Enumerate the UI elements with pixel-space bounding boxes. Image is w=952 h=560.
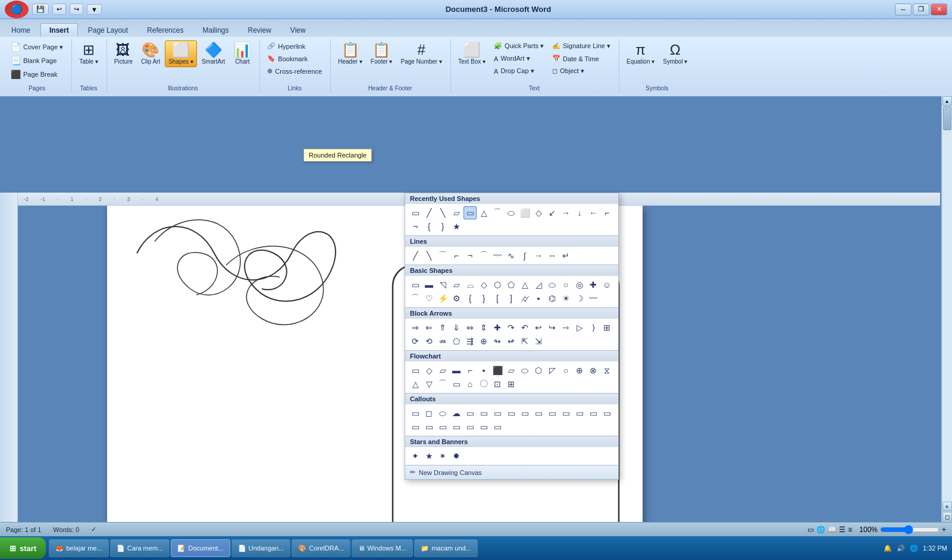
sb-star5[interactable]: ★ [422, 449, 436, 463]
close-button[interactable]: ✕ [931, 4, 947, 15]
bs-rt-triangle[interactable]: ◿ [532, 278, 545, 291]
bs-oval[interactable]: ⬭ [546, 278, 559, 291]
view-reading-icon[interactable]: 📖 [828, 526, 837, 534]
co-accent-bar[interactable]: ▭ [505, 407, 518, 420]
fc-manual-oper[interactable]: ◸ [546, 364, 559, 377]
shape-rounded-rect[interactable]: ▭ [464, 206, 477, 219]
ba-down[interactable]: ⇓ [450, 321, 463, 334]
ba-strip-right[interactable]: ⇾ [559, 321, 572, 334]
fc-summing[interactable]: ⊞ [505, 377, 518, 391]
co-oval[interactable]: ⬭ [436, 407, 449, 420]
ba-arrow2[interactable]: ⇱ [518, 335, 531, 348]
table-button[interactable]: ⊞ Table ▾ [76, 40, 102, 67]
shape-line1[interactable]: ╱ [422, 206, 436, 219]
ba-right[interactable]: ⇒ [409, 321, 422, 334]
bs-donut[interactable]: ◎ [573, 278, 586, 291]
scroll-up-button[interactable]: ▲ [942, 96, 952, 106]
fc-decision[interactable]: ◇ [422, 364, 436, 377]
co-cloud[interactable]: ☁ [450, 407, 463, 420]
shapes-scroll-area[interactable]: Recently Used Shapes ▭ ╱ ╲ ▱ ▭ △ ⌒ ⬭ ⬜ ◇… [405, 193, 618, 465]
ba-move[interactable]: ⊕ [477, 335, 490, 348]
shape-star[interactable]: ★ [450, 220, 463, 233]
fc-tape[interactable]: 〇 [477, 377, 490, 391]
fc-or[interactable]: ⊕ [573, 364, 586, 377]
view-web-icon[interactable]: 🌐 [816, 526, 825, 534]
line-elbow2[interactable]: ¬ [464, 249, 477, 262]
bs-heart[interactable]: ♡ [422, 292, 436, 305]
ba-4way[interactable]: ✚ [491, 321, 504, 334]
shape-triangle[interactable]: △ [477, 206, 490, 219]
shape-brace-l[interactable]: { [422, 220, 436, 233]
ba-arrow-quad[interactable]: ⊞ [600, 321, 613, 334]
bs-cube[interactable]: ▪ [532, 292, 545, 305]
bs-octagon[interactable]: ⬠ [505, 278, 518, 291]
bs-diamond[interactable]: ◇ [477, 278, 490, 291]
fc-stored-data[interactable]: ⌐ [464, 364, 477, 377]
fc-preparation[interactable]: ⬡ [532, 364, 545, 377]
clip-art-button[interactable]: 🎨 Clip Art [137, 40, 164, 67]
ba-swoop2[interactable]: ↫ [505, 335, 518, 348]
shape-rect[interactable]: ▭ [409, 206, 422, 219]
co-custom-8[interactable]: ▭ [491, 420, 504, 433]
shape-curve2[interactable]: ¬ [409, 220, 422, 233]
drop-cap-button[interactable]: A Drop Cap ▾ [490, 65, 547, 77]
tab-review[interactable]: Review [239, 23, 280, 37]
text-box-button[interactable]: ⬜ Text Box ▾ [455, 40, 489, 67]
minimize-button[interactable]: ─ [895, 4, 912, 15]
view-normal-icon[interactable]: ▭ [807, 526, 814, 534]
shape-arrow-l[interactable]: ← [587, 206, 600, 219]
line-curve[interactable]: ∿ [505, 249, 518, 262]
ba-notch[interactable]: ▷ [573, 321, 586, 334]
tab-home[interactable]: Home [2, 23, 39, 37]
new-drawing-canvas-button[interactable]: ✏ New Drawing Canvas [405, 465, 618, 479]
line-arc[interactable]: ⌒ [436, 249, 449, 262]
fc-extract[interactable]: △ [409, 377, 422, 391]
page-number-button[interactable]: # Page Number ▾ [397, 40, 445, 67]
fc-display[interactable]: ⊡ [491, 377, 504, 391]
taskbar-item-cara[interactable]: 📄 Cara mem... [110, 539, 170, 557]
tab-view[interactable]: View [281, 23, 315, 37]
tab-references[interactable]: References [138, 23, 192, 37]
bs-smiley[interactable]: ☺ [600, 278, 613, 291]
bs-sun[interactable]: ☀ [559, 292, 572, 305]
bs-block-arc[interactable]: ⌒ [409, 292, 422, 305]
hyperlink-button[interactable]: 🔗 Hyperlink [264, 40, 309, 52]
ba-up[interactable]: ⇑ [436, 321, 449, 334]
bs-triangle[interactable]: △ [518, 278, 531, 291]
bs-rounded-rect[interactable]: ▬ [422, 278, 436, 291]
co-custom-2[interactable]: ▭ [409, 420, 422, 433]
bs-trapezoid[interactable]: ⌓ [464, 278, 477, 291]
taskbar-item-belajar[interactable]: 🦊 belajar me... [49, 539, 109, 557]
symbol-button[interactable]: Ω Symbol ▾ [659, 40, 691, 67]
bookmark-button[interactable]: 🔖 Bookmark [264, 53, 311, 64]
co-double-bent[interactable]: ▭ [491, 407, 504, 420]
undo-button[interactable]: ↩ [52, 4, 66, 15]
ba-arrow3[interactable]: ⇲ [532, 335, 545, 348]
line-arrow[interactable]: → [532, 249, 545, 262]
equation-button[interactable]: π Equation ▾ [623, 40, 658, 67]
fc-process[interactable]: ▭ [409, 364, 422, 377]
shape-arrow-d[interactable]: ↓ [573, 206, 586, 219]
page-break-button[interactable]: ⬛ Page Break [7, 68, 61, 81]
view-outline-icon[interactable]: ☰ [839, 526, 845, 534]
bs-circle[interactable]: ○ [559, 278, 572, 291]
bs-snipped-rect[interactable]: ◹ [436, 278, 449, 291]
taskbar-item-document[interactable]: 📝 Document... [171, 539, 230, 557]
co-custom-7[interactable]: ▭ [477, 420, 490, 433]
co-accent-callout-1[interactable]: ▭ [559, 407, 572, 420]
shape-line2[interactable]: ╲ [436, 206, 449, 219]
ba-ud[interactable]: ⇕ [477, 321, 490, 334]
bs-brace-r[interactable]: } [477, 292, 490, 305]
shape-arrow-r[interactable]: → [559, 206, 572, 219]
bs-moon[interactable]: ☽ [573, 292, 586, 305]
co-line[interactable]: ▭ [464, 407, 477, 420]
bs-cross[interactable]: ✚ [587, 278, 600, 291]
footer-button[interactable]: 📋 Footer ▾ [367, 40, 396, 67]
line-straight[interactable]: ╱ [409, 249, 422, 262]
shape-parallelogram[interactable]: ▱ [450, 206, 463, 219]
co-custom-6[interactable]: ▭ [464, 420, 477, 433]
co-rounded[interactable]: ◻ [422, 407, 436, 420]
line-freeform[interactable]: 〰 [491, 249, 504, 262]
line-elbow-arrow[interactable]: ↵ [559, 249, 572, 262]
co-bent-line[interactable]: ▭ [477, 407, 490, 420]
